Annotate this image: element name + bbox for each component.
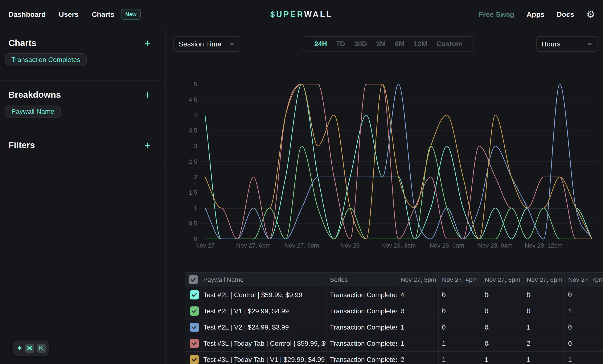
svg-text:Nov 28, 9am: Nov 28, 9am [478,242,512,248]
nav-right-group: Free Swag Apps Docs ⚙ [479,10,595,19]
nav-left-group: Dashboard Users Charts New [8,9,141,20]
svg-text:3: 3 [194,143,197,149]
col-nov27-7pm: Nov 27, 7pm [565,273,603,287]
logo-teal-part: $UPER [270,10,304,19]
paywall-name-cell: Test #3L | Today Tab | V1 | $29.99, $4.9… [200,352,326,364]
value-cell: 0 [523,287,565,303]
col-series: Series [326,273,397,287]
row-checkbox[interactable] [190,307,199,316]
col-paywall-name: Paywall Name [200,273,326,287]
select-all-checkbox[interactable] [189,275,198,284]
svg-text:Nov 27, 6pm: Nov 27, 6pm [236,242,271,248]
k-keycap: K [36,344,46,353]
paywall-name-cell: Test #3L | Today Tab | Control | $59.99,… [200,335,326,352]
table-header-row: Paywall Name Series Nov 27, 3pm Nov 27, … [185,273,603,287]
svg-text:2: 2 [194,174,197,180]
col-nov27-5pm: Nov 27, 5pm [481,273,523,287]
value-cell: 4 [397,287,439,303]
chevron-down-icon [587,41,593,47]
series-cell: Transaction Completes [326,287,397,303]
value-cell: 0 [481,319,523,335]
svg-text:4: 4 [194,112,197,118]
metric-select[interactable]: Session Time [174,36,240,52]
series-cell: Transaction Completes [326,352,397,364]
nav-apps[interactable]: Apps [527,10,545,19]
value-cell: 1 [397,335,439,352]
value-cell: 0 [523,303,565,319]
svg-text:5: 5 [194,81,197,87]
value-cell: 0 [565,319,603,335]
value-cell: 0 [481,287,523,303]
value-cell: 1 [481,352,523,364]
value-cell: 0 [565,287,603,303]
value-cell: 1 [565,303,603,319]
svg-text:Nov 28: Nov 28 [340,242,360,248]
command-palette-hint[interactable]: ⌘ K [13,341,49,356]
table-row: Test #3L | Today Tab | V1 | $29.99, $4.9… [185,352,603,364]
range-7d[interactable]: 7D [336,40,345,48]
svg-text:Nov 27, 9pm: Nov 27, 9pm [284,242,319,248]
new-badge: New [121,9,141,20]
value-cell: 1 [397,319,439,335]
value-cell: 2 [397,352,439,364]
value-cell: 0 [439,303,481,319]
line-chart: 54.543.532.521.510.50Nov 27Nov 27, 6pmNo… [185,80,599,248]
table-row: Test #3L | Today Tab | Control | $59.99,… [185,335,603,352]
charts-section-title: Charts [8,38,36,48]
chip-paywall-name[interactable]: Paywall Name [5,105,61,118]
row-checkbox[interactable] [190,290,199,299]
breakdowns-section-title: Breakdowns [8,90,61,99]
col-nov27-6pm: Nov 27, 6pm [523,273,565,287]
chip-transaction-completes[interactable]: Transaction Completes [5,53,87,66]
value-cell: 2 [523,335,565,352]
value-cell: 0 [481,335,523,352]
row-checkbox[interactable] [190,355,199,364]
range-12m[interactable]: 12M [414,40,427,48]
value-cell: 1 [439,352,481,364]
sidebar-section-breakdowns: Breakdowns + Paywall Name [0,80,165,131]
svg-text:3.5: 3.5 [189,127,197,134]
range-30d[interactable]: 30D [354,40,367,48]
table-row: Test #2L | V2 | $24.99, $3.99Transaction… [185,319,603,335]
svg-text:2.5: 2.5 [189,158,197,165]
value-cell: 0 [481,303,523,319]
value-cell: 0 [439,287,481,303]
value-cell: 1 [439,335,481,352]
add-chart-button[interactable]: + [144,39,151,47]
range-24h[interactable]: 24H [314,40,327,48]
logo-white-part: WALL [304,10,333,19]
svg-text:Nov 28, 6am: Nov 28, 6am [429,242,464,248]
svg-text:0.5: 0.5 [189,220,197,227]
range-6m[interactable]: 6M [395,40,405,48]
breakdown-table-wrap: Paywall Name Series Nov 27, 3pm Nov 27, … [185,272,603,364]
series-cell: Transaction Completes [326,303,397,319]
range-3m[interactable]: 3M [376,40,386,48]
granularity-select[interactable]: Hours [536,36,598,52]
table-row: Test #2L | V1 | $29.99, $4.99Transaction… [185,303,603,319]
nav-docs[interactable]: Docs [557,10,574,19]
nav-users[interactable]: Users [59,10,79,19]
svg-text:Nov 27: Nov 27 [195,242,215,248]
add-breakdown-button[interactable]: + [144,91,151,99]
series-cell: Transaction Completes [326,335,397,352]
nav-charts[interactable]: Charts [92,10,114,19]
add-filter-button[interactable]: + [144,141,151,149]
value-cell: 1 [523,352,565,364]
value-cell: 0 [439,319,481,335]
breakdown-table: Paywall Name Series Nov 27, 3pm Nov 27, … [185,272,603,364]
top-navbar: Dashboard Users Charts New $UPERWALL Fre… [0,0,603,29]
paywall-name-cell: Test #2L | V2 | $24.99, $3.99 [200,319,326,335]
row-checkbox[interactable] [190,339,199,348]
range-custom[interactable]: Custom [436,40,462,48]
nav-free-swag[interactable]: Free Swag [479,10,514,19]
nav-dashboard[interactable]: Dashboard [8,10,46,19]
time-range-group: 24H 7D 30D 3M 6M 12M Custom [303,36,474,51]
granularity-select-value: Hours [541,40,560,48]
value-cell: 1 [523,319,565,335]
sidebar-section-charts: Charts + Transaction Completes [0,29,165,80]
svg-text:0: 0 [194,236,197,242]
row-checkbox[interactable] [190,323,199,332]
sidebar: Charts + Transaction Completes Breakdown… [0,29,166,364]
settings-gear-icon[interactable]: ⚙ [586,10,595,19]
value-cell: 0 [565,335,603,352]
